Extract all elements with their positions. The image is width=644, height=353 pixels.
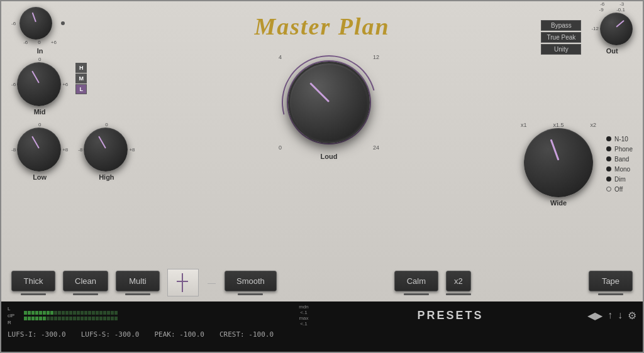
lufs-s-stat: LUFS-S: -300.0	[81, 330, 140, 339]
lufs-i-stat: LUFS-I: -300.0	[8, 330, 66, 339]
band-dot	[606, 156, 611, 161]
presets-label: PRESETS	[417, 309, 483, 322]
meter-l-row	[24, 311, 291, 315]
true-peak-button[interactable]: True Peak	[541, 32, 581, 43]
monitor-n10[interactable]: N-10	[606, 136, 633, 143]
dim-label: Dim	[614, 176, 626, 183]
thick-button[interactable]: Thick	[11, 271, 55, 291]
out-knob[interactable]	[600, 13, 633, 45]
less1b-label: <.1	[300, 321, 307, 327]
r-label: R	[8, 320, 20, 325]
bottom-bar: L clP R	[1, 301, 643, 352]
monitor-dim[interactable]: Dim	[606, 176, 633, 183]
header: -6 -6 0 +6 In Master Plan Bypass True Pe…	[1, 1, 643, 52]
mono-label: Mono	[614, 166, 630, 173]
tape-btn-group: Tape	[589, 271, 633, 295]
high-label: High	[99, 173, 114, 181]
low-knob-container: 0 -8 +8 Low	[11, 122, 68, 181]
logo-icon	[177, 273, 189, 292]
calm-indicator	[404, 293, 429, 295]
x2-btn-group: x2	[446, 271, 471, 295]
off-label: Off	[614, 186, 623, 193]
presets-area[interactable]: PRESETS	[317, 309, 584, 322]
off-dot	[606, 187, 611, 192]
monitor-off[interactable]: Off	[606, 186, 633, 193]
monitor-phone[interactable]: Phone	[606, 146, 633, 153]
in-knob[interactable]	[19, 7, 52, 40]
tape-indicator	[598, 293, 623, 295]
thick-indicator	[21, 293, 46, 295]
bypass-group: Bypass True Peak Unity	[541, 20, 581, 55]
stats-row: LUFS-I: -300.0 LUFS-S: -300.0 PEAK: -100…	[8, 329, 636, 340]
smooth-btn-group: Smooth	[225, 271, 277, 295]
in-knob-group: -6 -6 0 +6 In	[11, 7, 69, 55]
meter-r-row	[24, 317, 291, 320]
logo-button[interactable]	[167, 269, 199, 296]
plugin-container: -6 -6 0 +6 In Master Plan Bypass True Pe…	[0, 0, 644, 353]
play-icon[interactable]: ◀▶	[587, 310, 602, 322]
peak-stat: PEAK: -100.0	[154, 330, 204, 339]
in-scale-neg: -6	[11, 21, 16, 26]
wide-scale: x1 x1.5 x2	[521, 122, 596, 128]
mdn-label: mdn	[299, 304, 309, 310]
calm-btn-group: Calm	[394, 271, 438, 295]
l-button[interactable]: L	[75, 84, 87, 94]
loud-knob[interactable]	[288, 62, 370, 143]
n10-label: N-10	[614, 136, 628, 143]
in-label: In	[37, 47, 43, 55]
hml-buttons: H M L	[75, 63, 87, 94]
arrow-up-icon[interactable]: ↑	[608, 310, 613, 321]
loud-knob-outer	[288, 62, 370, 143]
wide-knob-group: x1 x1.5 x2 Wide	[521, 122, 596, 207]
phone-label: Phone	[614, 146, 633, 153]
high-knob[interactable]	[84, 128, 128, 171]
bottom-controls: ◀▶ ↑ ↓ ⚙	[587, 310, 636, 322]
multi-dash: —	[208, 278, 216, 288]
smooth-indicator	[238, 293, 263, 295]
multi-indicator	[125, 293, 150, 295]
center-section: 4 12 0 24 Loud	[142, 54, 516, 261]
main-body: 0 -6 +6 Mid H M L 0	[1, 52, 643, 264]
l-label: L	[8, 306, 20, 312]
phone-dot	[606, 146, 611, 151]
monitor-band[interactable]: Band	[606, 156, 633, 163]
out-knob-group: -6 -3 -9 -0.1 -12 Out	[591, 1, 633, 55]
n10-dot	[606, 136, 611, 141]
buttons-row: Thick Clean Multi — Smooth Calm x2	[1, 264, 643, 301]
mono-dot	[606, 166, 611, 171]
band-label: Band	[614, 156, 629, 163]
mid-row: 0 -6 +6 Mid H M L	[11, 57, 137, 116]
h-button[interactable]: H	[75, 63, 87, 73]
monitor-mono[interactable]: Mono	[606, 166, 633, 173]
meter-bars	[24, 311, 291, 320]
unity-button[interactable]: Unity	[541, 44, 581, 55]
low-high-row: 0 -8 +8 Low 0 -8 +8 High	[11, 122, 137, 181]
low-knob[interactable]	[17, 128, 61, 171]
bypass-button[interactable]: Bypass	[541, 20, 581, 31]
dim-dot	[606, 176, 611, 182]
left-section: 0 -6 +6 Mid H M L 0	[11, 54, 137, 261]
monitor-options: N-10 Phone Band Mono Dim	[606, 136, 633, 193]
clean-btn-group: Clean	[63, 271, 108, 295]
m-button[interactable]: M	[75, 73, 87, 84]
high-knob-container: 0 -8 +8 High	[78, 122, 135, 181]
x2-indicator	[446, 293, 471, 295]
loud-label: Loud	[321, 153, 338, 160]
arrow-down-icon[interactable]: ↓	[618, 310, 623, 321]
meter-info: mdn <.1 max <.1	[294, 304, 313, 327]
settings-icon[interactable]: ⚙	[628, 310, 636, 322]
tape-button[interactable]: Tape	[589, 271, 633, 291]
mid-knob[interactable]	[17, 62, 61, 106]
thick-btn-group: Thick	[11, 271, 55, 295]
wide-knob[interactable]	[524, 128, 593, 197]
plugin-title: Master Plan	[254, 13, 389, 40]
mid-knob-container: 0 -6 +6 Mid	[11, 57, 68, 116]
x2-button[interactable]: x2	[446, 271, 471, 291]
crest-stat: CREST: -100.0	[219, 330, 274, 339]
wide-label: Wide	[550, 199, 567, 207]
calm-button[interactable]: Calm	[394, 271, 438, 291]
smooth-button[interactable]: Smooth	[225, 271, 277, 291]
multi-button[interactable]: Multi	[116, 271, 160, 291]
clean-button[interactable]: Clean	[63, 271, 108, 291]
right-section: x1 x1.5 x2 Wide N-10 Phone	[521, 54, 633, 261]
